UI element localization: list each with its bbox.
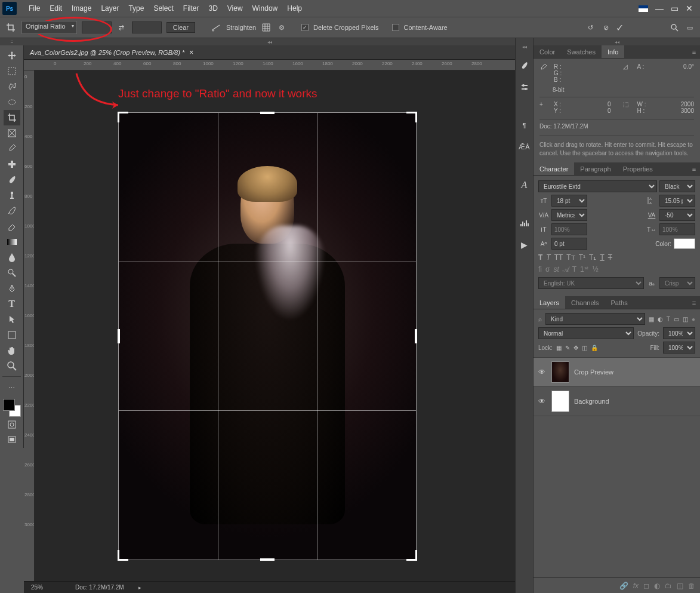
clear-button[interactable]: Clear (166, 22, 195, 33)
fill-input[interactable]: 100% (663, 342, 695, 354)
lock-position-icon[interactable]: ✥ (573, 345, 578, 351)
layer-thumbnail[interactable] (551, 361, 569, 383)
tab-paths[interactable]: Paths (605, 296, 634, 309)
restore-button[interactable]: ▭ (671, 4, 679, 13)
play-icon[interactable]: ▶ (519, 239, 531, 251)
eyedropper-tool[interactable] (4, 141, 20, 156)
close-button[interactable]: ✕ (686, 4, 693, 13)
lasso-tool[interactable] (4, 79, 20, 94)
layer-group-icon[interactable]: 🗀 (665, 582, 672, 590)
blur-tool[interactable] (4, 250, 20, 265)
swap-dimensions-icon[interactable]: ⇄ (116, 22, 127, 33)
eraser-tool[interactable] (4, 219, 20, 234)
tab-swatches[interactable]: Swatches (561, 45, 602, 58)
ligature-fi-button[interactable]: fi (538, 265, 542, 274)
hscale-input[interactable] (659, 223, 695, 235)
lock-all-icon[interactable]: 🔒 (591, 345, 598, 351)
leading-input[interactable]: 15.05 pt (659, 195, 695, 207)
filter-adjust-icon[interactable]: ◐ (658, 316, 663, 322)
menu-3d[interactable]: 3D (203, 4, 222, 13)
crop-width-input[interactable] (82, 21, 112, 33)
cancel-crop-icon[interactable]: ⊘ (600, 22, 611, 33)
edit-toolbar-icon[interactable]: ⋯ (4, 380, 20, 395)
shape-tool[interactable] (4, 327, 20, 343)
tab-color[interactable]: Color (534, 45, 561, 58)
history-brush-tool[interactable] (4, 203, 20, 219)
toolbar-grip[interactable]: ≡ (0, 38, 24, 45)
zoom-level[interactable]: 25% (31, 584, 61, 591)
fractions-button[interactable]: ½ (593, 265, 599, 274)
info-panel-menu-icon[interactable]: ≡ (688, 45, 700, 58)
straighten-label[interactable]: Straighten (226, 24, 256, 31)
menu-view[interactable]: View (223, 4, 248, 13)
menu-select[interactable]: Select (149, 4, 178, 13)
lock-pixels-icon[interactable]: ▦ (556, 345, 562, 351)
antialiasing-select[interactable]: Crisp (659, 277, 695, 289)
swash-button[interactable]: 𝒜 (563, 265, 569, 274)
menu-type[interactable]: Type (124, 4, 149, 13)
tab-properties[interactable]: Properties (617, 162, 659, 175)
canvas[interactable]: Just change to "Ratio" and now it works (35, 70, 515, 581)
superscript-button[interactable]: T¹ (579, 253, 585, 262)
histogram-panel-icon[interactable] (519, 217, 531, 229)
glyphs-panel-icon[interactable]: ǢÂ (519, 141, 531, 153)
font-family-select[interactable]: Eurostile Extd (538, 180, 657, 192)
menu-edit[interactable]: Edit (45, 4, 67, 13)
overlay-grid-icon[interactable] (261, 22, 272, 33)
dodge-tool[interactable] (4, 265, 20, 281)
content-aware-checkbox[interactable] (392, 24, 399, 31)
text-color-swatch[interactable] (674, 238, 695, 249)
fg-color-swatch[interactable] (3, 399, 15, 411)
smallcaps-button[interactable]: Tᴛ (566, 253, 575, 262)
ordinals-button[interactable]: 1ˢᵗ (580, 265, 589, 274)
tab-channels[interactable]: Channels (565, 296, 605, 309)
layer-mask-icon[interactable]: ◻ (643, 582, 649, 590)
filter-pixel-icon[interactable]: ▦ (649, 316, 654, 322)
share-icon[interactable]: ▭ (684, 22, 695, 33)
tab-layers[interactable]: Layers (534, 296, 565, 309)
tab-paragraph[interactable]: Paragraph (574, 162, 616, 175)
type-tool[interactable]: T (4, 296, 20, 312)
ordinal-button[interactable]: σ (545, 265, 550, 274)
layer-row[interactable]: 👁 Crop Preview (534, 358, 700, 387)
commit-crop-icon[interactable]: ✓ (616, 22, 624, 33)
marquee-tool[interactable] (4, 63, 20, 79)
menu-help[interactable]: Help (282, 4, 307, 13)
menu-image[interactable]: Image (67, 4, 96, 13)
brushes-panel-icon[interactable] (519, 60, 531, 72)
color-swatches[interactable] (3, 399, 21, 417)
visibility-toggle-icon[interactable]: 👁 (538, 397, 547, 405)
filter-toggle-icon[interactable]: ● (692, 316, 695, 322)
lock-brush-icon[interactable]: ✎ (565, 345, 570, 351)
lock-artboard-icon[interactable]: ◫ (582, 345, 587, 351)
screen-mode-icon[interactable] (4, 432, 20, 448)
tracking-input[interactable]: -50 (659, 209, 695, 221)
character-panel-icon[interactable]: A (519, 179, 531, 191)
strike-button[interactable]: T (608, 253, 612, 262)
pen-tool[interactable] (4, 281, 20, 296)
baseline-input[interactable] (551, 238, 587, 250)
filter-smart-icon[interactable]: ◫ (683, 316, 688, 322)
font-size-input[interactable]: 18 pt (551, 195, 587, 207)
tab-character[interactable]: Character (534, 162, 574, 175)
menu-window[interactable]: Window (248, 4, 283, 13)
panel-strip-grip[interactable]: ◂◂ (516, 43, 533, 50)
filter-type-icon[interactable]: T (667, 316, 670, 322)
filter-shape-icon[interactable]: ▭ (674, 316, 679, 322)
titling-button[interactable]: T (572, 265, 576, 274)
document-tab[interactable]: Ava_ColorGels2.jpg @ 25% (Crop Preview, … (24, 45, 199, 59)
stamp-tool[interactable] (4, 188, 20, 203)
reset-crop-icon[interactable]: ↺ (585, 22, 596, 33)
language-select[interactable]: English: UK (538, 277, 644, 289)
blend-mode-select[interactable]: Normal (538, 327, 634, 339)
tab-info[interactable]: Info (602, 45, 624, 58)
layer-fx-icon[interactable]: fx (633, 582, 639, 590)
crop-tool[interactable] (4, 110, 20, 125)
gradient-tool[interactable] (4, 234, 20, 250)
layer-name[interactable]: Crop Preview (574, 368, 613, 376)
underline-button[interactable]: T (600, 253, 604, 262)
straighten-icon[interactable] (211, 22, 221, 33)
crop-height-input[interactable] (132, 21, 162, 33)
quick-mask-icon[interactable] (4, 417, 20, 432)
delete-cropped-checkbox[interactable]: ✓ (301, 24, 309, 31)
